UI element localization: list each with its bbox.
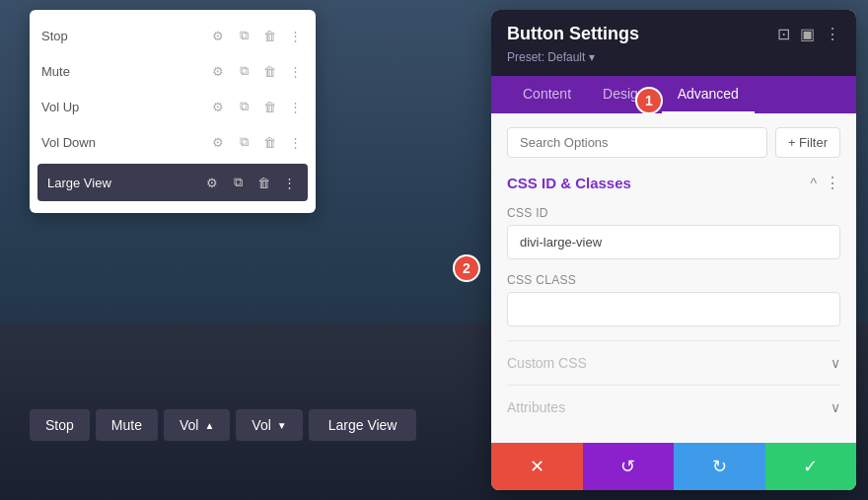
- preview-btn-volup-label: Vol: [180, 417, 198, 433]
- trash-icon[interactable]: 🗑: [260, 133, 278, 151]
- undo-button[interactable]: ↺: [583, 443, 675, 490]
- section-title-css: CSS ID & Classes: [507, 175, 631, 191]
- custom-css-section[interactable]: Custom CSS ∨: [507, 340, 840, 385]
- preview-btn-voldown-label: Vol: [252, 417, 270, 433]
- badge-2: 2: [453, 254, 480, 282]
- chevron-up-icon[interactable]: ^: [810, 176, 817, 191]
- module-icons-voldown: ⚙ ⧉ 🗑 ⋮: [209, 133, 304, 151]
- preview-btn-volup[interactable]: Vol ▲: [164, 409, 230, 441]
- gear-icon[interactable]: ⚙: [209, 133, 227, 151]
- search-row: + Filter: [507, 127, 840, 158]
- css-class-label: CSS Class: [507, 273, 840, 287]
- more-icon[interactable]: ⋮: [286, 62, 304, 80]
- search-input[interactable]: [507, 127, 767, 158]
- left-panel: Stop ⚙ ⧉ 🗑 ⋮ Mute ⚙ ⧉ 🗑 ⋮ Vol Up ⚙ ⧉ 🗑 ⋮…: [30, 10, 316, 213]
- redo-button[interactable]: ↻: [674, 443, 765, 490]
- attributes-title: Attributes: [507, 399, 565, 415]
- preview-btn-stop-label: Stop: [45, 417, 74, 433]
- panel-tabs: Content Design Advanced: [491, 76, 856, 113]
- more-icon[interactable]: ⋮: [286, 98, 304, 115]
- panel-header: Button Settings ⊡ ▣ ⋮ Preset: Default ▾: [491, 10, 856, 76]
- module-icons-stop: ⚙ ⧉ 🗑 ⋮: [209, 27, 304, 44]
- css-class-input[interactable]: [507, 292, 840, 326]
- filter-button[interactable]: + Filter: [775, 127, 840, 158]
- module-row-voldown: Vol Down ⚙ ⧉ 🗑 ⋮: [30, 124, 316, 160]
- module-icons-mute: ⚙ ⧉ 🗑 ⋮: [209, 62, 304, 80]
- trash-icon[interactable]: 🗑: [254, 174, 272, 191]
- section-menu-icon[interactable]: ⋮: [825, 174, 840, 192]
- panel-title-row: Button Settings ⊡ ▣ ⋮: [507, 24, 840, 44]
- tab-advanced[interactable]: Advanced: [662, 76, 755, 113]
- preview-btn-largeview[interactable]: Large View: [309, 409, 417, 441]
- module-icons-largeview: ⚙ ⧉ 🗑 ⋮: [203, 174, 298, 191]
- resize-icon[interactable]: ⊡: [777, 25, 790, 43]
- module-label-largeview: Large View: [47, 176, 203, 190]
- module-row-largeview: Large View ⚙ ⧉ 🗑 ⋮: [37, 164, 308, 201]
- section-controls-css: ^ ⋮: [810, 174, 840, 192]
- module-row-stop: Stop ⚙ ⧉ 🗑 ⋮: [30, 18, 316, 53]
- custom-css-title: Custom CSS: [507, 355, 587, 371]
- css-id-classes-section-header: CSS ID & Classes ^ ⋮: [507, 174, 840, 192]
- css-id-field-group: CSS ID: [507, 206, 840, 259]
- preview-btn-mute[interactable]: Mute: [96, 409, 158, 441]
- copy-icon[interactable]: ⧉: [229, 174, 247, 191]
- copy-icon[interactable]: ⧉: [235, 133, 253, 151]
- gear-icon[interactable]: ⚙: [209, 98, 227, 115]
- panel-preset[interactable]: Preset: Default ▾: [507, 50, 840, 64]
- chevron-down-icon[interactable]: ∨: [831, 355, 840, 371]
- copy-icon[interactable]: ⧉: [235, 27, 253, 44]
- module-row-mute: Mute ⚙ ⧉ 🗑 ⋮: [30, 53, 316, 89]
- module-label-volup: Vol Up: [41, 100, 209, 114]
- preview-btn-stop[interactable]: Stop: [30, 409, 90, 441]
- tab-content[interactable]: Content: [507, 76, 587, 113]
- module-label-mute: Mute: [41, 64, 209, 79]
- right-panel: Button Settings ⊡ ▣ ⋮ Preset: Default ▾ …: [491, 10, 856, 490]
- css-id-label: CSS ID: [507, 206, 840, 220]
- chevron-down-icon[interactable]: ∨: [831, 399, 840, 415]
- gear-icon[interactable]: ⚙: [203, 174, 221, 191]
- arrow-down-icon: ▼: [277, 420, 287, 431]
- cancel-button[interactable]: ✕: [491, 443, 583, 490]
- badge-1: 1: [635, 87, 663, 114]
- attributes-section[interactable]: Attributes ∨: [507, 385, 840, 429]
- module-label-voldown: Vol Down: [41, 135, 209, 150]
- module-label-stop: Stop: [41, 29, 209, 43]
- expand-icon[interactable]: ▣: [800, 25, 815, 43]
- module-icons-volup: ⚙ ⧉ 🗑 ⋮: [209, 98, 304, 115]
- copy-icon[interactable]: ⧉: [235, 62, 253, 80]
- css-class-field-group: CSS Class: [507, 273, 840, 326]
- preview-btn-mute-label: Mute: [111, 417, 142, 433]
- more-icon[interactable]: ⋮: [280, 174, 298, 191]
- trash-icon[interactable]: 🗑: [260, 98, 278, 115]
- panel-header-icons: ⊡ ▣ ⋮: [777, 25, 840, 43]
- more-icon[interactable]: ⋮: [286, 27, 304, 44]
- copy-icon[interactable]: ⧉: [235, 98, 253, 115]
- save-button[interactable]: ✓: [765, 443, 857, 490]
- more-vertical-icon[interactable]: ⋮: [825, 25, 840, 43]
- preview-btn-largeview-label: Large View: [328, 417, 398, 433]
- panel-body: + Filter CSS ID & Classes ^ ⋮ CSS ID CSS…: [491, 113, 856, 443]
- more-icon[interactable]: ⋮: [286, 133, 304, 151]
- trash-icon[interactable]: 🗑: [260, 27, 278, 44]
- preview-btn-voldown[interactable]: Vol ▼: [236, 409, 302, 441]
- panel-footer: ✕ ↺ ↻ ✓: [491, 443, 856, 490]
- css-id-input[interactable]: [507, 225, 840, 259]
- module-row-volup: Vol Up ⚙ ⧉ 🗑 ⋮: [30, 89, 316, 124]
- gear-icon[interactable]: ⚙: [209, 27, 227, 44]
- trash-icon[interactable]: 🗑: [260, 62, 278, 80]
- gear-icon[interactable]: ⚙: [209, 62, 227, 80]
- arrow-up-icon: ▲: [204, 420, 214, 431]
- panel-title: Button Settings: [507, 24, 639, 44]
